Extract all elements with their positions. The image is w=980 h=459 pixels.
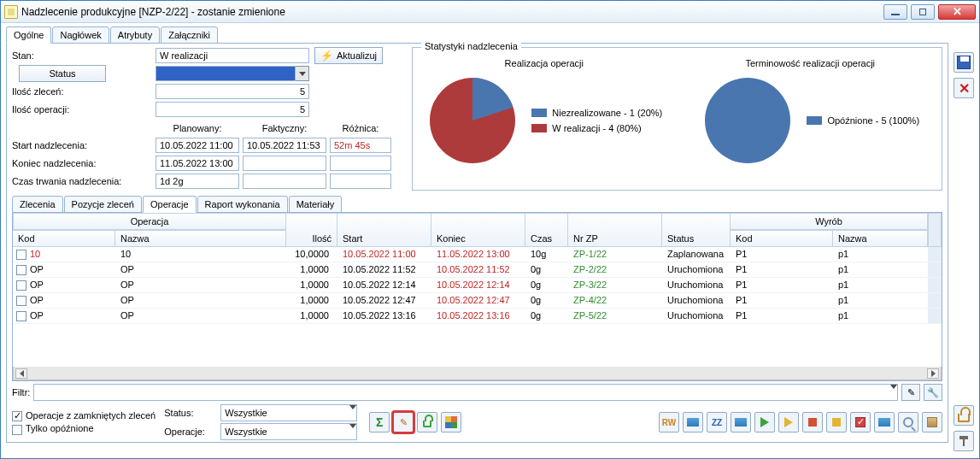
table-cell[interactable]: ZP-5/22: [568, 309, 662, 324]
table-cell[interactable]: OP: [13, 278, 115, 293]
table-cell[interactable]: p1: [833, 278, 928, 293]
cancel-button[interactable]: ✕: [954, 78, 974, 98]
zz-export-button[interactable]: [731, 412, 751, 433]
scrollbar-vertical[interactable]: [928, 213, 942, 247]
filter-tool-button[interactable]: 🔧: [924, 384, 942, 401]
table-cell[interactable]: p1: [833, 309, 928, 324]
table-cell[interactable]: [928, 262, 942, 278]
filter-input[interactable]: [34, 385, 890, 400]
minimize-button[interactable]: [883, 4, 907, 20]
save-button[interactable]: [954, 52, 974, 73]
col-group-operacja[interactable]: Operacja: [13, 213, 286, 230]
table-cell[interactable]: 10.05.2022 13:16: [431, 309, 525, 324]
table-cell[interactable]: OP: [115, 309, 286, 324]
table-cell[interactable]: P1: [731, 309, 833, 324]
table-cell[interactable]: 10.05.2022 12:14: [431, 278, 525, 293]
filter-edit-button[interactable]: ✎: [901, 384, 920, 401]
unlock-button[interactable]: [954, 405, 974, 426]
status-button[interactable]: Status: [19, 65, 106, 82]
table-cell[interactable]: Uruchomiona: [662, 309, 731, 324]
col-czas[interactable]: Czas: [525, 213, 568, 247]
table-cell[interactable]: 10.05.2022 11:52: [431, 262, 525, 278]
tab-operacje[interactable]: Operacje: [143, 196, 197, 213]
col-start[interactable]: Start: [337, 213, 431, 247]
table-cell[interactable]: P1: [731, 247, 833, 262]
table-cell[interactable]: OP: [115, 262, 286, 278]
table-cell[interactable]: OP: [13, 293, 115, 309]
sum-button[interactable]: Σ: [369, 412, 390, 433]
table-cell[interactable]: 0g: [525, 262, 568, 278]
table-cell[interactable]: ZP-3/22: [568, 278, 662, 293]
table-cell[interactable]: ZP-4/22: [568, 293, 662, 309]
filter-dropdown-arrow[interactable]: [890, 385, 897, 400]
stop-button[interactable]: [802, 412, 823, 433]
maximize-button[interactable]: [911, 4, 935, 20]
export-button[interactable]: [874, 412, 895, 433]
operacje-filter-arrow[interactable]: [349, 424, 356, 439]
zz-button[interactable]: ZZ: [707, 412, 727, 433]
status-select-arrow[interactable]: [296, 66, 309, 81]
col-status[interactable]: Status: [662, 213, 731, 247]
table-cell[interactable]: 10.05.2022 11:00: [337, 247, 431, 262]
koniec-plan[interactable]: 11.05.2022 13:00: [156, 156, 239, 171]
table-cell[interactable]: 1,0000: [286, 262, 337, 278]
play-button[interactable]: [754, 412, 775, 433]
table-cell[interactable]: P1: [731, 293, 833, 309]
scrollbar-horizontal[interactable]: [13, 367, 942, 380]
tab-zalaczniki[interactable]: Załączniki: [161, 26, 218, 44]
tab-materialy[interactable]: Materiały: [289, 196, 343, 213]
table-cell[interactable]: p1: [833, 262, 928, 278]
table-cell[interactable]: 1,0000: [286, 309, 337, 324]
koniec-fakt[interactable]: [243, 156, 326, 171]
table-cell[interactable]: [928, 247, 942, 262]
table-cell[interactable]: 0g: [525, 309, 568, 324]
flag-button[interactable]: [850, 412, 871, 433]
tab-atrybuty[interactable]: Atrybuty: [110, 26, 160, 44]
col-nazwa[interactable]: Nazwa: [115, 230, 286, 247]
table-cell[interactable]: 0g: [525, 278, 568, 293]
col-ilosc[interactable]: Ilość: [286, 213, 337, 247]
table-cell[interactable]: 10.05.2022 12:47: [337, 293, 431, 309]
table-cell[interactable]: p1: [833, 293, 928, 309]
stop2-button[interactable]: [826, 412, 847, 433]
table-cell[interactable]: 10.05.2022 11:52: [337, 262, 431, 278]
status-filter-arrow[interactable]: [349, 405, 356, 421]
col-kod[interactable]: Kod: [13, 230, 115, 247]
table-cell[interactable]: P1: [731, 278, 833, 293]
chk-operacje-zamkniete[interactable]: ✓Operacje z zamkniętych zleceń: [12, 410, 156, 421]
edit-row-button[interactable]: ✎: [393, 412, 414, 433]
table-cell[interactable]: 10.05.2022 12:14: [337, 278, 431, 293]
tab-naglowek[interactable]: Nagłówek: [52, 26, 109, 44]
table-cell[interactable]: [928, 293, 942, 309]
start-plan[interactable]: 10.05.2022 11:00: [156, 138, 239, 153]
tab-ogolne[interactable]: Ogólne: [6, 26, 51, 44]
col-wkod[interactable]: Kod: [731, 230, 833, 247]
table-cell[interactable]: 10.05.2022 12:47: [431, 293, 525, 309]
status-filter-select[interactable]: Wszystkie: [221, 405, 349, 421]
aktualizuj-button[interactable]: ⚡Aktualizuj: [314, 47, 383, 64]
table-cell[interactable]: OP: [115, 278, 286, 293]
table-cell[interactable]: ZP-1/22: [568, 247, 662, 262]
search-button[interactable]: [898, 412, 918, 433]
table-cell[interactable]: p1: [833, 247, 928, 262]
table-cell[interactable]: 10: [13, 247, 115, 262]
play2-button[interactable]: [778, 412, 799, 433]
table-cell[interactable]: OP: [13, 262, 115, 278]
table-cell[interactable]: 10.05.2022 13:16: [337, 309, 431, 324]
col-wnazwa[interactable]: Nazwa: [833, 230, 928, 247]
table-cell[interactable]: P1: [731, 262, 833, 278]
lock-green-button[interactable]: [417, 412, 437, 433]
col-nrzp[interactable]: Nr ZP: [568, 213, 662, 247]
status-select[interactable]: [156, 66, 296, 81]
rw-button[interactable]: RW: [659, 412, 679, 433]
table-cell[interactable]: OP: [13, 309, 115, 324]
table-cell[interactable]: Uruchomiona: [662, 278, 731, 293]
table-cell[interactable]: ZP-2/22: [568, 262, 662, 278]
table-cell[interactable]: Uruchomiona: [662, 262, 731, 278]
table-cell[interactable]: [928, 309, 942, 324]
table-cell[interactable]: 10g: [525, 247, 568, 262]
table-cell[interactable]: 10,0000: [286, 247, 337, 262]
tab-raport[interactable]: Raport wykonania: [197, 196, 288, 213]
col-group-wyrob[interactable]: Wyrób: [731, 213, 928, 230]
chk-tylko-opoznione[interactable]: Tylko opóźnione: [12, 423, 94, 434]
